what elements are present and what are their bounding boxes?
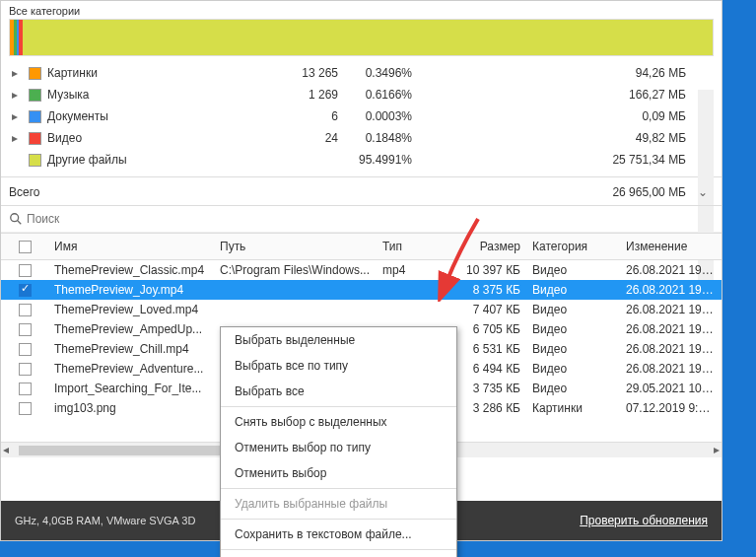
col-category[interactable]: Категория: [526, 240, 620, 253]
cell-category: Видео: [526, 342, 620, 356]
row-checkbox[interactable]: [1, 343, 48, 356]
cell-size: 7 407 КБ: [438, 303, 526, 316]
cell-name: ThemePreview_Joy.mp4: [48, 283, 214, 297]
cell-name: img103.png: [48, 401, 214, 415]
expand-icon[interactable]: ▸: [9, 66, 21, 80]
cell-date: 29.05.2021 10:35:22: [620, 382, 722, 395]
table-header: Имя Путь Тип Размер Категория Изменение: [1, 233, 722, 260]
scroll-left-icon[interactable]: ◂: [3, 443, 9, 456]
row-checkbox[interactable]: [1, 383, 48, 395]
category-name: Видео: [47, 131, 289, 145]
scroll-right-icon[interactable]: ▸: [714, 443, 720, 456]
category-size: 25 751,34 МБ: [612, 153, 686, 167]
cell-category: Видео: [526, 303, 620, 316]
category-bar: [9, 19, 714, 56]
ctx-deselect-type[interactable]: Отменить выбор по типу: [221, 435, 456, 460]
category-row[interactable]: Другие файлы 95.4991% 25 751,34 МБ: [1, 149, 722, 171]
category-name: Другие файлы: [47, 153, 289, 167]
total-expand-icon[interactable]: ⌄: [698, 185, 708, 199]
row-checkbox[interactable]: [1, 363, 48, 376]
search-row: [1, 206, 722, 233]
expand-icon[interactable]: ▸: [9, 109, 21, 123]
col-date[interactable]: Изменение: [620, 240, 722, 253]
category-name: Документы: [47, 109, 289, 123]
category-size: 94,26 МБ: [636, 66, 686, 80]
cell-category: Видео: [526, 382, 620, 395]
svg-point-0: [11, 214, 19, 222]
table-row[interactable]: ThemePreview_Joy.mp4 8 375 КБ Видео 26.0…: [1, 280, 722, 300]
color-swatch: [29, 67, 41, 80]
ctx-select-all-type[interactable]: Выбрать все по типу: [221, 353, 456, 379]
category-pct: 0.1848%: [338, 131, 412, 145]
cell-name: ThemePreview_Loved.mp4: [48, 303, 214, 316]
color-swatch: [29, 132, 41, 145]
cell-path: C:\Program Files\Windows...: [214, 263, 377, 277]
row-checkbox[interactable]: [1, 323, 48, 336]
cell-name: ThemePreview_Chill.mp4: [48, 342, 214, 356]
header-checkbox[interactable]: [1, 241, 48, 253]
cell-category: Видео: [526, 263, 620, 277]
category-size: 166,27 МБ: [629, 88, 686, 102]
all-categories-label: Все категории: [9, 5, 714, 17]
category-pct: 0.0003%: [338, 109, 412, 123]
cell-date: 26.08.2021 19:11:41: [620, 342, 722, 356]
ctx-deselect-highlighted[interactable]: Снять выбор с выделенных: [221, 409, 456, 435]
cell-name: ThemePreview_Classic.mp4: [48, 263, 214, 277]
cell-name: ThemePreview_AmpedUp...: [48, 322, 214, 336]
ctx-delete-selected: Удалить выбранные файлы: [221, 491, 456, 517]
category-pct: 0.6166%: [338, 88, 412, 102]
col-type[interactable]: Тип: [377, 240, 438, 253]
category-size: 0,09 МБ: [642, 109, 686, 123]
ctx-open-folder[interactable]: Открыть папку: [221, 552, 456, 557]
ctx-select-highlighted[interactable]: Выбрать выделенные: [221, 327, 456, 353]
cell-category: Видео: [526, 322, 620, 336]
ctx-deselect-all[interactable]: Отменить выбор: [221, 460, 456, 486]
table-row[interactable]: ThemePreview_Classic.mp4 C:\Program File…: [1, 260, 722, 280]
svg-line-1: [18, 221, 22, 225]
category-pct: 0.3496%: [338, 66, 412, 80]
category-list: ▸ Картинки 13 265 0.3496% 94,26 МБ▸ Музы…: [1, 58, 722, 174]
category-size: 49,82 МБ: [636, 131, 686, 145]
expand-icon[interactable]: ▸: [9, 88, 21, 102]
search-icon: [9, 212, 23, 226]
row-checkbox[interactable]: [1, 304, 48, 316]
col-path[interactable]: Путь: [214, 240, 377, 253]
context-menu: Выбрать выделенные Выбрать все по типу В…: [220, 326, 457, 557]
cell-date: 26.08.2021 19:11:39: [620, 362, 722, 376]
total-size: 26 965,00 МБ: [612, 185, 686, 199]
row-checkbox[interactable]: [1, 264, 48, 277]
check-updates-link[interactable]: Проверить обновления: [580, 514, 708, 527]
total-row: Всего 26 965,00 МБ ⌄: [1, 179, 722, 206]
cell-date: 26.08.2021 19:11:43: [620, 283, 722, 297]
cell-category: Картинки: [526, 401, 620, 415]
color-swatch: [29, 89, 41, 102]
cell-date: 26.08.2021 19:11:44: [620, 303, 722, 316]
cell-size: 8 375 КБ: [438, 283, 526, 297]
cell-size: 10 397 КБ: [438, 263, 526, 277]
search-input[interactable]: [27, 212, 714, 226]
category-count: 24: [289, 131, 338, 145]
cell-date: 26.08.2021 19:11:42: [620, 263, 722, 277]
cell-date: 07.12.2019 9:08:05: [620, 401, 722, 415]
row-checkbox[interactable]: [1, 402, 48, 415]
table-row[interactable]: ThemePreview_Loved.mp4 7 407 КБ Видео 26…: [1, 300, 722, 319]
cell-type: mp4: [377, 263, 438, 277]
col-size[interactable]: Размер: [438, 240, 526, 253]
row-checkbox[interactable]: [1, 284, 48, 297]
category-count: 1 269: [289, 88, 338, 102]
category-row[interactable]: ▸ Документы 6 0.0003% 0,09 МБ: [1, 105, 722, 127]
cell-name: Import_Searching_For_Ite...: [48, 382, 214, 395]
expand-icon[interactable]: ▸: [9, 131, 21, 145]
ctx-save-txt[interactable]: Сохранить в текстовом файле...: [221, 522, 456, 547]
category-row[interactable]: ▸ Видео 24 0.1848% 49,82 МБ: [1, 127, 722, 149]
category-name: Картинки: [47, 66, 289, 80]
total-label: Всего: [9, 185, 714, 199]
category-row[interactable]: ▸ Музыка 1 269 0.6166% 166,27 МБ: [1, 84, 722, 105]
ctx-select-all[interactable]: Выбрать все: [221, 379, 456, 404]
category-name: Музыка: [47, 88, 289, 102]
color-swatch: [29, 110, 41, 123]
cell-name: ThemePreview_Adventure...: [48, 362, 214, 376]
cell-date: 26.08.2021 19:11:10: [620, 322, 722, 336]
col-name[interactable]: Имя: [48, 240, 214, 253]
category-row[interactable]: ▸ Картинки 13 265 0.3496% 94,26 МБ: [1, 62, 722, 84]
